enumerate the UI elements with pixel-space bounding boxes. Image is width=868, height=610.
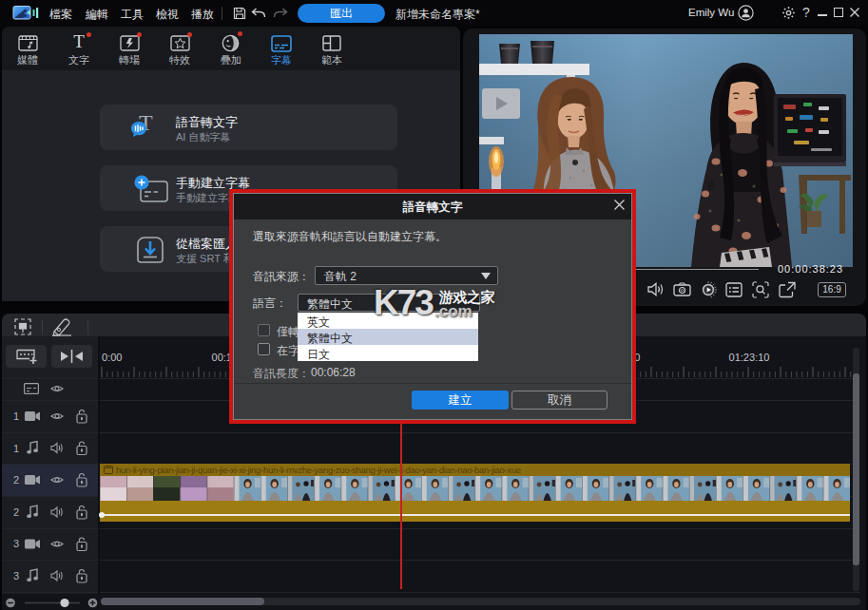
svg-text:3: 3	[13, 538, 19, 549]
svg-text:2: 2	[13, 474, 19, 486]
svg-text:2: 2	[13, 506, 19, 518]
svg-text:1: 1	[13, 443, 19, 454]
svg-text:3: 3	[13, 570, 19, 581]
svg-text:1: 1	[13, 410, 19, 422]
